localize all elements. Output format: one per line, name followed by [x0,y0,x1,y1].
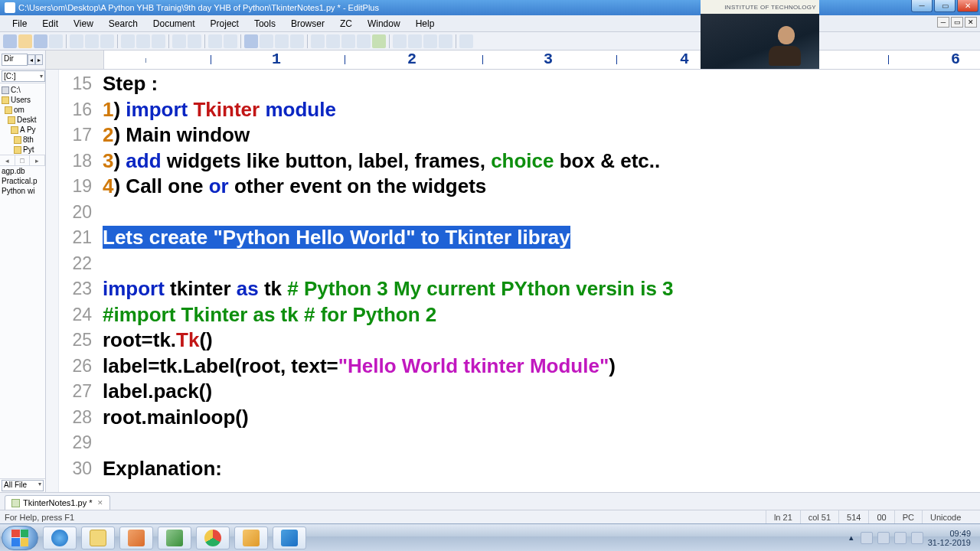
tray-network-icon[interactable] [894,532,906,544]
tree-node[interactable]: 8th [23,135,34,144]
taskbar-pinned-ie[interactable] [43,527,77,549]
toolbar-button[interactable] [275,34,289,48]
tray-icon[interactable] [861,532,873,544]
code-text[interactable]: 2) Main window [103,122,250,148]
taskbar-pinned-app[interactable] [119,527,153,549]
menu-edit[interactable]: Edit [34,17,66,31]
file-filter-selector[interactable]: All File [2,480,44,491]
toolbar-button[interactable] [423,34,437,48]
minimize-button[interactable]: ─ [911,0,933,12]
start-button[interactable] [2,526,38,550]
directory-label[interactable]: Dir [2,54,28,66]
code-text[interactable] [103,200,108,226]
save-button[interactable] [34,34,47,48]
mdi-minimize-button[interactable]: ─ [937,17,949,28]
tree-node[interactable]: A Py [20,126,36,134]
menu-tools[interactable]: Tools [247,17,283,31]
code-text[interactable]: import tkinter as tk # Python 3 My curre… [103,276,674,302]
tree-node[interactable]: Users [11,96,31,104]
toolbar-button[interactable] [408,34,422,48]
cut-button[interactable] [121,34,135,48]
file-item[interactable]: agp.db [0,166,45,176]
menu-browser[interactable]: Browser [283,17,332,31]
tree-node[interactable]: Deskt [17,116,37,124]
tray-volume-icon[interactable] [911,532,923,544]
code-text[interactable]: Explanation: [103,456,222,482]
taskbar-pinned-explorer[interactable] [81,527,115,549]
taskbar-pinned-app[interactable] [158,527,191,549]
wordwrap-button[interactable] [311,34,325,48]
toolbar-button[interactable] [326,34,340,48]
dir-forward-button[interactable]: ▸ [35,54,43,65]
new-file-button[interactable] [3,34,17,48]
menu-project[interactable]: Project [203,17,247,31]
mdi-close-button[interactable]: ✕ [965,17,977,28]
menu-window[interactable]: Window [360,17,408,31]
paste-button[interactable] [152,34,165,48]
tree-node[interactable]: C:\ [11,86,21,94]
directory-tree[interactable]: C:\ Users om Deskt A Py 8th Pyt ◂ □ ▸ ag… [0,83,45,282]
toolbar-button[interactable] [100,34,114,48]
tree-scroll-left[interactable]: ◂ [0,155,15,165]
copy-button[interactable] [136,34,150,48]
menu-view[interactable]: View [66,17,101,31]
file-item[interactable]: Python wi [0,186,45,196]
toolbar-button[interactable] [260,34,273,48]
code-text[interactable]: Lets create "Python Hello World" to Tkin… [103,225,570,251]
open-file-button[interactable] [18,34,32,48]
menu-file[interactable]: File [5,17,34,31]
redo-button[interactable] [188,34,201,48]
toolbar-separator [66,34,67,48]
code-text[interactable]: label=tk.Label(root, text="Hello World t… [103,354,616,380]
tree-scroll-right[interactable]: ▸ [30,155,45,165]
toolbar-button[interactable] [341,34,355,48]
file-list[interactable]: agp.db Practical.p Python wi [0,165,45,196]
find-button[interactable] [208,34,222,48]
menu-help[interactable]: Help [408,17,443,31]
code-text[interactable]: root=tk.Tk() [103,328,213,354]
maximize-button[interactable]: ▭ [934,0,956,12]
menu-search[interactable]: Search [101,17,145,31]
taskbar-pinned-app[interactable] [234,527,268,549]
taskbar-pinned-chrome[interactable] [196,527,230,549]
menu-zc[interactable]: ZC [332,17,360,31]
file-item[interactable]: Practical.p [0,176,45,186]
toolbar-button[interactable] [290,34,304,48]
toolbar-button[interactable] [244,34,258,48]
code-text[interactable]: Step : [103,71,158,97]
tree-node[interactable]: om [14,106,24,114]
replace-button[interactable] [224,34,237,48]
undo-button[interactable] [172,34,186,48]
code-text[interactable] [103,251,108,277]
toolbar-button[interactable] [357,34,371,48]
toolbar-button[interactable] [393,34,407,48]
dir-back-button[interactable]: ◂ [28,54,35,65]
toolbar-button[interactable] [439,34,452,48]
code-text[interactable]: 3) add widgets like button, label, frame… [103,148,660,174]
tray-icon[interactable] [877,532,890,544]
close-button[interactable]: ✕ [957,0,978,12]
code-text[interactable]: root.mainloop() [103,405,249,431]
document-tab[interactable]: TkinterNotes1.py * ✕ [5,495,110,510]
code-text[interactable]: label.pack() [103,379,212,405]
code-text[interactable] [103,430,108,456]
tree-node[interactable]: Pyt [23,145,34,154]
taskbar-pinned-editplus[interactable] [273,527,306,549]
webcam-overlay: INSTITUTE OF TECHNOLOGY [701,0,819,69]
tray-clock[interactable]: 09:49 31-12-2019 [928,529,975,547]
tray-expand-icon[interactable]: ▴ [847,533,856,543]
spellcheck-button[interactable] [372,34,386,48]
print-button[interactable] [49,34,63,48]
help-button[interactable] [459,34,473,48]
tree-scroll-thumb[interactable]: □ [15,155,31,165]
code-text[interactable]: #import Tkinter as tk # for Python 2 [103,302,436,328]
drive-selector[interactable]: [C:] [2,70,45,82]
mdi-restore-button[interactable]: ▭ [951,17,963,28]
toolbar-button[interactable] [70,34,83,48]
code-text[interactable]: 1) import Tkinter module [103,97,336,123]
code-text[interactable]: 4) Call one or other event on the widget… [103,174,486,200]
menu-document[interactable]: Document [145,17,203,31]
tab-close-icon[interactable]: ✕ [97,499,103,507]
toolbar-button[interactable] [85,34,99,48]
code-editor[interactable]: 15Step : 161) import Tkinter module 172)… [46,70,980,492]
